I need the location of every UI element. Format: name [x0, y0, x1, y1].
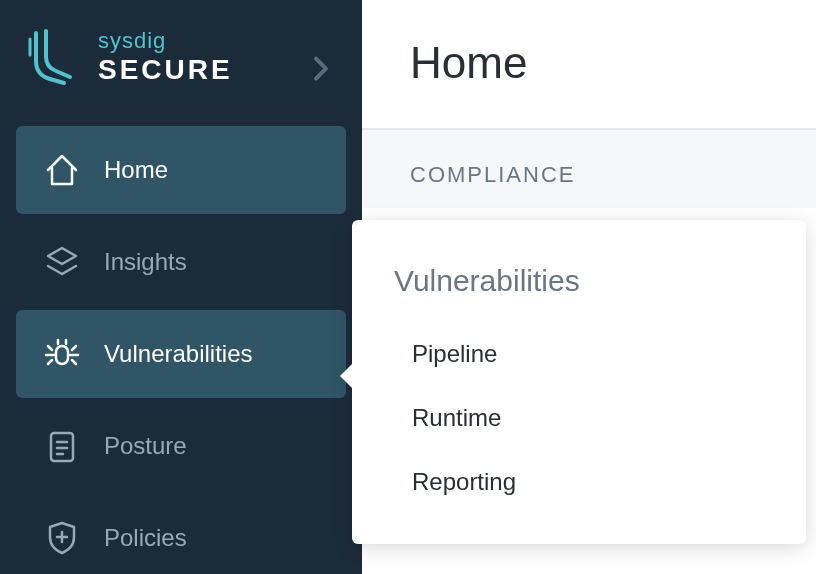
brand-text: sysdig SECURE: [98, 28, 233, 86]
section-header: COMPLIANCE: [362, 130, 816, 208]
sidebar-item-label: Vulnerabilities: [104, 340, 253, 368]
page-title: Home: [362, 0, 816, 128]
sidebar-item-label: Home: [104, 156, 168, 184]
sidebar-item-insights[interactable]: Insights: [16, 218, 346, 306]
sidebar-item-posture[interactable]: Posture: [16, 402, 346, 490]
flyout-item-pipeline[interactable]: Pipeline: [352, 322, 806, 386]
svg-rect-0: [56, 346, 68, 364]
sidebar-item-vulnerabilities[interactable]: Vulnerabilities: [16, 310, 346, 398]
bug-icon: [44, 336, 80, 372]
sidebar-item-home[interactable]: Home: [16, 126, 346, 214]
sysdig-logo-icon: [28, 29, 78, 85]
sidebar-item-label: Posture: [104, 432, 187, 460]
home-icon: [44, 152, 80, 188]
shield-plus-icon: [44, 520, 80, 556]
brand-name-line2: SECURE: [98, 54, 233, 86]
sidebar-item-label: Policies: [104, 524, 187, 552]
layers-icon: [44, 244, 80, 280]
vulnerabilities-flyout: Vulnerabilities Pipeline Runtime Reporti…: [352, 220, 806, 544]
flyout-title: Vulnerabilities: [352, 250, 806, 322]
brand-name-line1: sysdig: [98, 28, 233, 54]
sidebar-item-policies[interactable]: Policies: [16, 494, 346, 574]
flyout-item-runtime[interactable]: Runtime: [352, 386, 806, 450]
brand[interactable]: sysdig SECURE: [0, 28, 362, 126]
chevron-right-icon[interactable]: [312, 55, 330, 87]
flyout-item-reporting[interactable]: Reporting: [352, 450, 806, 514]
sidebar: sysdig SECURE Home Insights: [0, 0, 362, 574]
sidebar-item-label: Insights: [104, 248, 187, 276]
clipboard-icon: [44, 428, 80, 464]
